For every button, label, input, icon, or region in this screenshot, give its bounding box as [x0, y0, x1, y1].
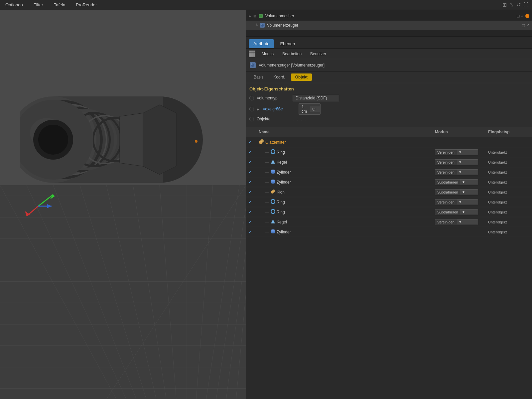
menu-tafeln[interactable]: Tafeln — [52, 2, 67, 8]
cell-mode-ring2[interactable]: Vereinigen ▼ — [432, 199, 485, 205]
viewport[interactable] — [0, 10, 246, 399]
cell-check-zylinder1[interactable]: ✓ — [246, 170, 256, 174]
dd-arrow-ring2[interactable]: ▼ — [457, 200, 478, 204]
tree-line-zylinder1: — — [265, 170, 269, 174]
check-kegel2: ✓ — [249, 220, 252, 224]
mode-dropdown-ring3[interactable]: Subtrahieren ▼ — [435, 209, 478, 215]
cell-check-ring3[interactable]: ✓ — [246, 210, 256, 214]
cell-check-kegel1[interactable]: ✓ — [246, 160, 256, 164]
row-name-zylinder2: Zylinder — [277, 180, 291, 185]
mode-dropdown-zylinder1[interactable]: Vereinigen ▼ — [435, 169, 478, 175]
radio-objekte[interactable] — [249, 117, 254, 121]
mode-dropdown-kegel1[interactable]: Vereinigen ▼ — [435, 159, 478, 165]
main-content: ▶ ⊞ Volumenmesher ▢ ✓ └ — [0, 10, 532, 399]
menu-prorender[interactable]: ProRender — [74, 2, 99, 8]
cell-check-klon1[interactable]: ✓ — [246, 190, 256, 194]
cell-check-zylinder2[interactable]: ✓ — [246, 180, 256, 184]
tree-line-klon1: — — [265, 190, 269, 194]
tab-ebenen[interactable]: Ebenen — [275, 39, 300, 48]
table-row-klon1[interactable]: ✓ — Klon Subtrahieren ▼ Unterobjekt — [246, 187, 532, 197]
cell-check-ring1[interactable]: ✓ — [246, 150, 256, 154]
cell-mode-zylinder1[interactable]: Vereinigen ▼ — [432, 169, 485, 175]
dd-arrow-zylinder1[interactable]: ▼ — [457, 170, 478, 175]
prop-value-voxel[interactable]: 1 cm ⬡ — [299, 103, 321, 115]
check-zylinder1: ✓ — [249, 170, 252, 174]
cell-subtype-ring2: Unterobjekt — [485, 200, 532, 204]
menu-filter[interactable]: Filter — [32, 2, 45, 8]
cell-check-kegel2[interactable]: ✓ — [246, 220, 256, 224]
table-row-ring2[interactable]: ✓ — Ring Vereinigen ▼ Unterobjekt — [246, 197, 532, 207]
mode-dropdown-ring2[interactable]: Vereinigen ▼ — [435, 199, 478, 205]
cell-mode-zylinder2[interactable]: Subtrahieren ▼ — [432, 179, 485, 185]
dd-arrow-kegel1[interactable]: ▼ — [457, 160, 478, 165]
object-item-volumenmesher[interactable]: ▶ ⊞ Volumenmesher ▢ ✓ — [246, 11, 532, 21]
cell-mode-kegel1[interactable]: Vereinigen ▼ — [432, 159, 485, 165]
table-row-kegel1[interactable]: ✓ — Kegel Vereinigen ▼ Unterobjekt — [246, 157, 532, 167]
radio-voxel[interactable] — [249, 107, 254, 111]
tab-attribute[interactable]: Attribute — [249, 39, 274, 48]
row-icon-glaettenfilter — [259, 139, 264, 145]
row-name-ring3: Ring — [277, 210, 285, 214]
cell-check-ring2[interactable]: ✓ — [246, 200, 256, 204]
sub-tab-modus[interactable]: Modus — [258, 51, 277, 57]
table-row-zylinder1[interactable]: ✓ — Zylinder Vereinigen ▼ Unterobjekt — [246, 167, 532, 177]
menu-optionen[interactable]: Optionen — [3, 2, 25, 8]
svg-point-58 — [260, 139, 264, 143]
object-item-volumenerzeuger[interactable]: └ Volumenerzeuger ▢ ✓ — [246, 21, 532, 30]
square-icon: ▢ — [516, 14, 520, 18]
cell-check-zylinder3[interactable]: ✓ — [246, 230, 256, 234]
cell-name-kegel2: — Kegel — [256, 219, 432, 225]
sub-tab-bearbeiten[interactable]: Bearbeiten — [279, 51, 305, 57]
dd-arrow-ring3[interactable]: ▼ — [460, 209, 478, 214]
subtype-ring2: Unterobjekt — [488, 200, 507, 204]
dd-arrow-kegel2[interactable]: ▼ — [457, 219, 478, 224]
cell-mode-ring1[interactable]: Vereinigen ▼ — [432, 149, 485, 155]
mode-dropdown-klon1[interactable]: Subtrahieren ▼ — [435, 189, 478, 195]
sub-tab-benutzer[interactable]: Benutzer — [307, 51, 330, 57]
mode-dropdown-zylinder2[interactable]: Subtrahieren ▼ — [435, 179, 478, 185]
cell-mode-kegel2[interactable]: Vereinigen ▼ — [432, 219, 485, 225]
svg-point-70 — [271, 209, 275, 213]
table-row-zylinder3[interactable]: ✓ — Zylinder Unterobjekt — [246, 227, 532, 237]
prop-value-volumentyp[interactable]: Distanzfeld (SDF) — [293, 95, 339, 101]
dd-arrow-ring1[interactable]: ▼ — [457, 150, 478, 155]
table-row-glaettenfilter[interactable]: ✓ Glättenfilter — [246, 137, 532, 147]
voxel-stepper[interactable]: ⬡ — [310, 106, 320, 112]
svg-marker-71 — [271, 219, 275, 223]
mode-dropdown-ring1[interactable]: Vereinigen ▼ — [435, 149, 478, 155]
cell-mode-klon1[interactable]: Subtrahieren ▼ — [432, 189, 485, 195]
prop-label-voxel: Voxelgröße — [263, 107, 296, 111]
3d-object — [20, 43, 213, 236]
svg-marker-35 — [143, 105, 176, 175]
svg-point-62 — [271, 170, 275, 171]
cell-subtype-ring1: Unterobjekt — [485, 150, 532, 154]
cell-mode-ring3[interactable]: Subtrahieren ▼ — [432, 209, 485, 215]
expand-voxel-arrow[interactable]: ▶ — [257, 107, 259, 111]
tree-line-zylinder2: — — [265, 180, 269, 184]
tree-line-ring1: — — [265, 150, 269, 154]
table-row-zylinder2[interactable]: ✓ — Zylinder Subtrahieren ▼ Unterobjekt — [246, 177, 532, 187]
check-ring3: ✓ — [249, 210, 252, 214]
obj-tab-basis[interactable]: Basis — [249, 73, 268, 81]
table-row-ring1[interactable]: ✓ — Ring Vereinigen ▼ Unterobjekt — [246, 147, 532, 157]
row-name-klon1: Klon — [277, 190, 285, 195]
radio-volumentyp[interactable] — [249, 96, 254, 100]
obj-tab-koord[interactable]: Koord. — [269, 73, 289, 81]
dd-arrow-zylinder2[interactable]: ▼ — [460, 180, 478, 185]
prop-row-volumentyp: Volumentyp Distanzfeld (SDF) — [249, 95, 529, 101]
scene-container — [0, 10, 246, 399]
cell-subtype-klon1: Unterobjekt — [485, 190, 532, 194]
mode-dropdown-kegel2[interactable]: Vereinigen ▼ — [435, 219, 478, 225]
svg-point-59 — [271, 150, 275, 154]
obj-tab-objekt[interactable]: Objekt — [291, 73, 312, 81]
expand-icon: ▶ — [249, 14, 251, 18]
svg-point-47 — [195, 140, 198, 143]
table-row-ring3[interactable]: ✓ — Ring Subtrahieren ▼ Unterobjekt — [246, 207, 532, 217]
cell-name-klon1: — Klon — [256, 189, 432, 195]
row-name-zylinder1: Zylinder — [277, 170, 291, 175]
cell-check-glaettenfilter[interactable]: ✓ — [246, 140, 256, 144]
dd-arrow-klon1[interactable]: ▼ — [460, 190, 478, 195]
cell-subtype-zylinder2: Unterobjekt — [485, 180, 532, 184]
object-list: ▶ ⊞ Volumenmesher ▢ ✓ └ — [246, 10, 532, 37]
table-row-kegel2[interactable]: ✓ — Kegel Vereinigen ▼ Unterobjekt — [246, 217, 532, 227]
